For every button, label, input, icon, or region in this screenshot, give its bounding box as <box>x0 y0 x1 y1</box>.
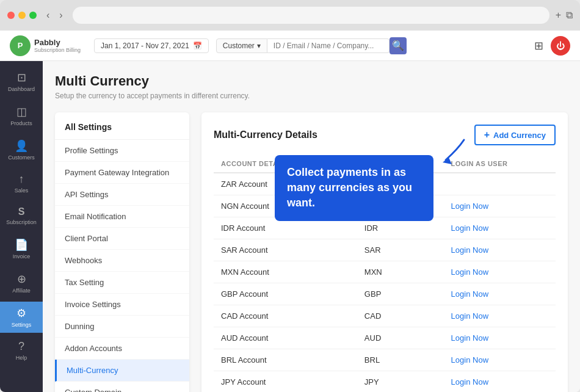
cell-login[interactable]: Login Now <box>444 349 556 371</box>
sidebar-item-affiliate[interactable]: ⊕ Affiliate <box>0 267 43 299</box>
sidebar-label-dashboard: Dashboard <box>8 86 35 93</box>
window-icon[interactable]: ⧉ <box>566 10 573 21</box>
menu-item-webhooks[interactable]: Webhooks <box>55 250 189 272</box>
customers-icon: 👤 <box>15 139 28 153</box>
top-header: P Pabbly Subscription Billing Jan 1, 201… <box>0 31 580 61</box>
login-now-link[interactable]: Login Now <box>451 223 488 233</box>
browser-chrome: ‹ › + ⧉ <box>0 0 580 31</box>
callout-overlay: Collect payments in as many currencies a… <box>275 155 433 221</box>
menu-item-api-settings[interactable]: API Settings <box>55 184 189 206</box>
sidebar-label-sales: Sales <box>15 187 29 194</box>
logo-name: Pabbly <box>34 38 81 48</box>
grid-icon[interactable]: ⊞ <box>534 39 543 53</box>
products-icon: ◫ <box>16 105 27 118</box>
search-area: Customer ▾ 🔍 <box>216 37 407 54</box>
cell-login[interactable]: Login Now <box>444 305 556 327</box>
cell-login[interactable]: Login Now <box>444 239 556 261</box>
new-tab-icon[interactable]: + <box>556 10 561 21</box>
table-row: CAD AccountCADLogin Now <box>214 305 556 327</box>
table-row: JPY AccountJPYLogin Now <box>214 371 556 393</box>
date-picker[interactable]: Jan 1, 2017 - Nov 27, 2021 📅 <box>94 38 209 53</box>
menu-item-payment-gateway[interactable]: Payment Gateway Integration <box>55 162 189 184</box>
sidebar-label-customers: Customers <box>8 154 35 161</box>
cell-login[interactable]: Login Now <box>444 371 556 393</box>
menu-item-client-portal[interactable]: Client Portal <box>55 228 189 250</box>
add-icon: + <box>484 129 490 140</box>
maximize-button[interactable] <box>29 12 37 19</box>
table-row: MXN AccountMXNLogin Now <box>214 261 556 283</box>
login-now-link[interactable]: Login Now <box>451 201 488 211</box>
menu-item-dunning[interactable]: Dunning <box>55 316 189 338</box>
login-now-link[interactable]: Login Now <box>451 311 488 321</box>
cell-currency: CAD <box>357 305 444 327</box>
login-now-link[interactable]: Login Now <box>451 355 488 365</box>
sidebar-item-products[interactable]: ◫ Products <box>0 100 43 132</box>
sidebar-item-sales[interactable]: ↑ Sales <box>0 168 43 199</box>
sidebar-item-subscription[interactable]: S Subscription <box>0 201 43 231</box>
all-settings-title: All Settings <box>55 122 189 140</box>
main-layout: ⊡ Dashboard ◫ Products 👤 Customers ↑ Sal… <box>0 61 580 392</box>
dashboard-icon: ⊡ <box>17 71 26 84</box>
sidebar-label-affiliate: Affiliate <box>12 288 30 294</box>
cell-account: MXN Account <box>214 261 357 283</box>
cell-login <box>444 173 556 195</box>
login-now-link[interactable]: Login Now <box>451 377 488 387</box>
menu-item-multi-currency[interactable]: Multi-Currency <box>55 360 189 382</box>
close-button[interactable] <box>7 12 15 19</box>
menu-item-profile-settings[interactable]: Profile Settings <box>55 140 189 162</box>
menu-item-invoice-settings[interactable]: Invoice Settings <box>55 294 189 316</box>
menu-item-email-notification[interactable]: Email Notification <box>55 206 189 228</box>
sidebar-item-invoice[interactable]: 📄 Invoice <box>0 233 43 265</box>
panel-title: Multi-Currency Details <box>214 129 317 140</box>
invoice-icon: 📄 <box>15 238 28 252</box>
login-now-link[interactable]: Login Now <box>451 245 488 255</box>
traffic-lights <box>7 12 37 19</box>
cell-login[interactable]: Login Now <box>444 327 556 349</box>
cell-login[interactable]: Login Now <box>444 261 556 283</box>
cell-login[interactable]: Login Now <box>444 283 556 305</box>
cell-account: JPY Account <box>214 371 357 393</box>
login-now-link[interactable]: Login Now <box>451 289 488 299</box>
sales-icon: ↑ <box>19 173 24 186</box>
cell-login[interactable]: Login Now <box>444 217 556 239</box>
cell-login[interactable]: Login Now <box>444 195 556 217</box>
page-title: Multi Currency <box>55 73 568 89</box>
sidebar-item-help[interactable]: ? Help <box>0 335 43 366</box>
affiliate-icon: ⊕ <box>17 272 26 286</box>
panel-header: Multi-Currency Details + Add Currency <box>214 125 556 145</box>
sidebar-item-dashboard[interactable]: ⊡ Dashboard <box>0 66 43 98</box>
power-button[interactable]: ⏻ <box>551 36 570 56</box>
sidebar-item-settings[interactable]: ⚙ Settings <box>0 302 43 333</box>
logo-text-block: Pabbly Subscription Billing <box>34 38 81 54</box>
forward-button[interactable]: › <box>56 9 66 22</box>
page-subtitle: Setup the currency to accept payments in… <box>55 92 568 100</box>
table-row: SAR AccountSARLogin Now <box>214 239 556 261</box>
cell-currency: AUD <box>357 327 444 349</box>
cell-account: BRL Account <box>214 349 357 371</box>
search-button[interactable]: 🔍 <box>390 37 407 54</box>
menu-item-custom-domain[interactable]: Custom Domain <box>55 382 189 392</box>
customer-dropdown[interactable]: Customer ▾ <box>216 38 267 53</box>
minimize-button[interactable] <box>18 12 26 19</box>
logo-letter: P <box>18 41 23 50</box>
search-icon: 🔍 <box>392 40 404 51</box>
login-now-link[interactable]: Login Now <box>451 333 488 343</box>
back-button[interactable]: ‹ <box>43 9 53 22</box>
login-now-link[interactable]: Login Now <box>451 267 488 277</box>
sidebar: ⊡ Dashboard ◫ Products 👤 Customers ↑ Sal… <box>0 61 43 392</box>
app-container: P Pabbly Subscription Billing Jan 1, 201… <box>0 31 580 392</box>
sidebar-item-customers[interactable]: 👤 Customers <box>0 134 43 166</box>
search-input[interactable] <box>274 42 383 50</box>
arrow-annotation <box>421 137 470 167</box>
menu-item-tax-setting[interactable]: Tax Setting <box>55 272 189 294</box>
power-icon: ⏻ <box>556 41 565 51</box>
date-range-text: Jan 1, 2017 - Nov 27, 2021 <box>101 42 189 50</box>
cell-currency: MXN <box>357 261 444 283</box>
sidebar-label-help: Help <box>16 355 27 361</box>
table-row: AUD AccountAUDLogin Now <box>214 327 556 349</box>
sidebar-label-invoice: Invoice <box>13 253 31 260</box>
cell-account: CAD Account <box>214 305 357 327</box>
menu-item-addon-accounts[interactable]: Addon Accounts <box>55 338 189 360</box>
callout-text: Collect payments in as many currencies a… <box>287 166 412 209</box>
add-currency-button[interactable]: + Add Currency <box>474 125 556 145</box>
